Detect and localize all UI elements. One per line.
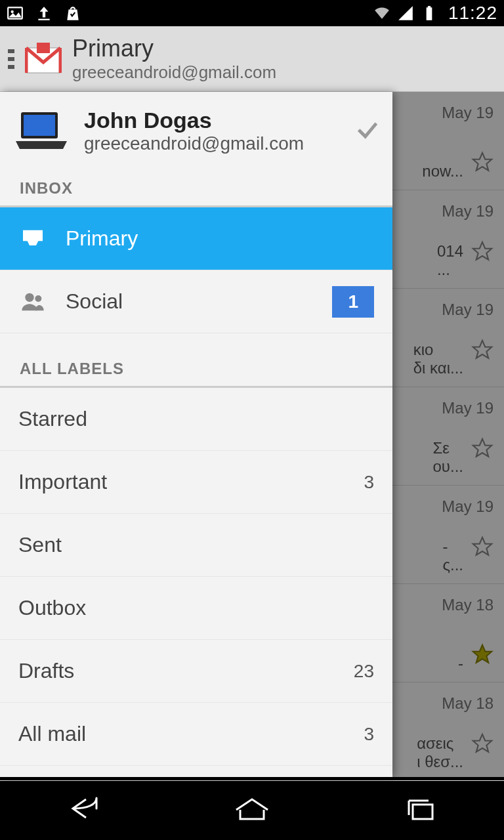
svg-point-1 [11,10,14,13]
item-label: Primary [66,226,374,251]
label-item-sent[interactable]: Sent [0,514,392,577]
section-labels-header: ALL LABELS [0,353,392,388]
header-title: Primary [72,35,276,62]
label-item-important[interactable]: Important 3 [0,451,392,514]
unread-badge: 1 [332,286,374,318]
svg-rect-8 [24,115,55,136]
gmail-icon [25,43,62,75]
menu-icon[interactable] [8,49,14,69]
label-item-outbox[interactable]: Outbox [0,577,392,640]
status-clock: 11:22 [448,3,497,24]
header-subtitle: greeceandroid@gmail.com [72,62,276,83]
status-bar: 11:22 [0,0,504,26]
label-item-starred[interactable]: Starred [0,388,392,451]
item-label: Outbox [18,596,374,620]
battery-icon [421,5,438,22]
svg-point-9 [25,293,33,301]
svg-rect-4 [428,6,430,8]
item-label: Important [18,470,345,494]
item-label: All mail [18,722,345,746]
label-item-all-mail[interactable]: All mail 3 [0,703,392,766]
back-button[interactable] [45,789,123,828]
navigation-drawer: John Dogas greeceandroid@gmail.com INBOX… [0,92,392,777]
item-count: 23 [354,661,374,682]
item-label: Social [66,289,314,314]
inbox-item-social[interactable]: Social 1 [0,270,392,333]
section-inbox-header: INBOX [0,173,392,207]
upload-icon [35,5,52,22]
item-label: Drafts [18,659,335,683]
account-name: John Dogas [84,108,304,133]
item-count: 3 [364,472,374,493]
account-header[interactable]: John Dogas greeceandroid@gmail.com [0,92,392,173]
people-icon [18,287,47,316]
item-label: Sent [18,533,374,557]
avatar-laptop-icon [12,108,71,154]
shopping-icon [64,5,81,22]
wifi-icon [373,5,390,22]
checkmark-icon[interactable] [354,117,381,146]
svg-point-10 [35,295,41,302]
recent-button[interactable] [381,789,459,828]
svg-rect-11 [413,805,432,819]
label-item-drafts[interactable]: Drafts 23 [0,640,392,703]
home-button[interactable] [213,789,291,828]
account-email: greeceandroid@gmail.com [84,133,304,154]
inbox-item-primary[interactable]: Primary [0,207,392,270]
svg-rect-2 [38,19,49,20]
svg-rect-6 [37,43,50,53]
item-count: 3 [364,724,374,745]
system-nav-bar [0,777,504,840]
app-header[interactable]: Primary greeceandroid@gmail.com [0,26,504,92]
svg-rect-3 [427,7,432,20]
picture-icon [7,5,24,22]
signal-icon [397,5,414,22]
inbox-icon [18,224,47,253]
main-area: May 19 now... May 19 014... May 19 κιοδι… [0,92,504,777]
item-label: Starred [18,407,374,431]
